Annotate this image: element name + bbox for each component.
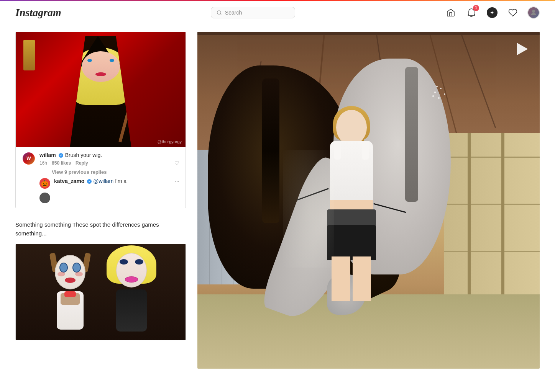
notifications-button[interactable]: 1 xyxy=(465,7,478,19)
header: Instagram 1 ✦ xyxy=(0,1,555,24)
reply-avatar[interactable]: 🎃 xyxy=(39,178,50,189)
likes-button[interactable] xyxy=(507,7,519,19)
comment-caption: Brush your wig. xyxy=(65,152,102,158)
post-caption-text: Something something These spot the diffe… xyxy=(15,216,186,241)
replies-line xyxy=(39,172,49,172)
svg-line-1 xyxy=(220,13,222,15)
comment-time: 16h xyxy=(39,160,47,166)
avatar-inner: W xyxy=(23,153,34,164)
main-comment: W willam Brush your wig. 16h 850 likes R… xyxy=(22,152,179,166)
post-image-2 xyxy=(16,244,186,340)
view-replies-button[interactable]: View 9 previous replies xyxy=(39,169,179,175)
view-replies-text: View 9 previous replies xyxy=(52,169,107,175)
main-video[interactable] xyxy=(197,32,540,369)
post-caption-2: Something something These spot the diffe… xyxy=(15,216,186,244)
comment-username[interactable]: willam xyxy=(39,152,56,158)
comment-author-avatar[interactable]: W xyxy=(22,152,36,165)
post-comments: W willam Brush your wig. 16h 850 likes R… xyxy=(16,147,186,208)
reply-username[interactable]: katva_zamo xyxy=(54,178,84,184)
play-button[interactable] xyxy=(513,39,532,59)
light-overlay xyxy=(283,150,334,268)
comment-meta: 16h 850 likes Reply ♡ xyxy=(39,160,179,166)
reply-comment: 🎃 katva_zamo @willam I'm a ··· xyxy=(39,178,179,189)
compass-icon: ✦ xyxy=(487,7,498,18)
home-icon xyxy=(446,8,455,17)
comment-likes: 850 likes xyxy=(52,160,71,166)
svg-point-2 xyxy=(532,10,535,13)
header-nav: 1 ✦ xyxy=(445,7,540,19)
right-content xyxy=(197,32,540,369)
play-icon xyxy=(517,43,528,55)
reply-mention-text: @willam xyxy=(93,178,113,184)
more-reply-avatar xyxy=(39,193,50,203)
reply-avatar-icon: 🎃 xyxy=(41,180,49,187)
post-card-1: @thorgyorgy W willam Brush your wig. 16h xyxy=(15,32,186,208)
search-icon xyxy=(217,10,222,15)
comment-reply-button[interactable]: Reply xyxy=(76,160,88,166)
reply-text-content: I'm a xyxy=(115,178,126,184)
search-bar[interactable] xyxy=(211,7,295,18)
horse-scene xyxy=(197,32,540,369)
comment-like-icon[interactable]: ♡ xyxy=(174,160,179,166)
home-button[interactable] xyxy=(445,7,457,19)
reply-text-body: katva_zamo @willam I'm a xyxy=(54,178,171,184)
post-card-2 xyxy=(15,244,186,340)
svg-point-0 xyxy=(217,10,221,14)
post-image-1: @thorgyorgy xyxy=(16,32,186,147)
left-feed: @thorgyorgy W willam Brush your wig. 16h xyxy=(15,32,186,369)
notification-badge: 1 xyxy=(473,5,479,11)
reply-more-button[interactable]: ··· xyxy=(175,178,179,184)
profile-icon xyxy=(530,9,537,16)
verified-badge xyxy=(59,153,63,158)
more-replies-row xyxy=(39,193,179,203)
search-input[interactable] xyxy=(225,10,289,16)
profile-avatar[interactable] xyxy=(527,7,540,19)
main-content: @thorgyorgy W willam Brush your wig. 16h xyxy=(0,24,555,376)
comment-body: willam Brush your wig. 16h 850 likes Rep… xyxy=(39,152,179,166)
heart-icon xyxy=(508,8,517,17)
post-watermark: @thorgyorgy xyxy=(158,139,182,144)
reply-verified xyxy=(87,179,92,184)
explore-button[interactable]: ✦ xyxy=(486,7,498,19)
logo[interactable]: Instagram xyxy=(15,7,61,19)
